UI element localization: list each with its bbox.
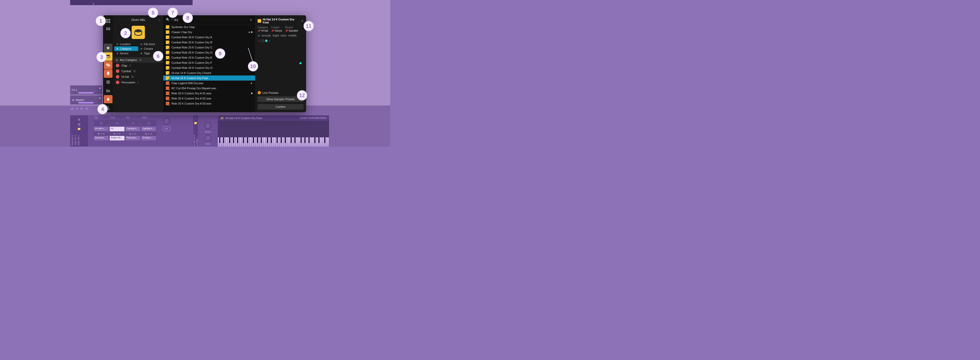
sidebar-fire-tab[interactable]	[104, 95, 113, 103]
drum-cell-selected[interactable]: A1	[110, 127, 125, 132]
play-button[interactable]: ▶	[114, 133, 115, 135]
search-clear-button[interactable]: ✕	[250, 18, 253, 22]
drum-add-button[interactable]: +	[94, 121, 109, 126]
play-button[interactable]: ▶	[130, 133, 131, 135]
drum-cell[interactable]: Hi-Hat A...	[141, 136, 156, 141]
filter-category[interactable]: ✻Category	[114, 46, 138, 51]
piano-icon[interactable]: ▥	[70, 122, 88, 127]
tag[interactable]: bright	[273, 34, 279, 37]
sidebar-grid2-icon[interactable]	[104, 25, 113, 34]
track-volume-slider[interactable]	[78, 102, 94, 103]
sampler-icon	[166, 71, 169, 75]
toolbar-routing-icon[interactable]: ⇄	[71, 107, 73, 111]
result-item[interactable]: Cymbal Ride 20 K Custom Dry C	[163, 45, 255, 50]
moon-icon[interactable]: ☾	[195, 117, 197, 120]
tag[interactable]: acoustic	[262, 34, 271, 37]
track-volume-slider[interactable]	[78, 92, 94, 94]
play-button[interactable]: ▶	[145, 133, 147, 135]
search-bar: 🔍 ▾ ✕	[163, 15, 255, 24]
result-item[interactable]: Ride 20 K Custom Dry A 03.wav	[163, 101, 255, 106]
mute-button[interactable]: M	[150, 133, 152, 135]
category-item[interactable]: Hi-hat26	[113, 74, 163, 79]
drum-cell[interactable]: Percussi...	[94, 136, 109, 141]
drum-cell[interactable]: Hi-Hat A...	[94, 127, 109, 132]
mute-button[interactable]: M	[134, 133, 136, 135]
sidebar-pad-tab[interactable]	[104, 78, 113, 86]
track-fx1[interactable]: FX 1	[70, 86, 102, 95]
meta-category-value[interactable]: 📌Hi-hat	[258, 29, 268, 32]
filter-location[interactable]: ✻Location	[114, 42, 138, 46]
mute-button[interactable]: M	[119, 133, 120, 135]
result-item[interactable]: Cymbal Ride 20 K Custom Dry F	[163, 60, 255, 65]
drum-cell[interactable]: Percussi...	[125, 136, 140, 141]
crown-icon[interactable]: ♛	[70, 117, 88, 122]
live-preview-toggle[interactable]: ✓ Live Preview	[258, 91, 304, 94]
filter-creator[interactable]: ✻Creator	[138, 46, 162, 51]
result-item[interactable]: Classic Clap Dry★	[163, 30, 255, 35]
tag[interactable]: metallic	[288, 34, 297, 37]
result-item[interactable]: RC Cut 054 Pnotap Dry Illspark.wav	[163, 86, 255, 91]
drum-add-button[interactable]: +	[110, 121, 125, 126]
keyboard-display[interactable]	[218, 137, 329, 147]
category-item[interactable]: Percussion1	[113, 79, 163, 85]
color-tag-cyan[interactable]	[265, 40, 267, 42]
meta-creator-value[interactable]: 📌Genys	[271, 29, 282, 32]
category-item[interactable]: Clap3	[113, 63, 163, 68]
toolbar-list-icon[interactable]: ≡	[76, 107, 78, 111]
play-button[interactable]: ▶	[98, 133, 99, 135]
drum-add-button[interactable]: +	[125, 121, 140, 126]
result-item[interactable]: Ride 20 K Custom Dry A 01.wav	[163, 91, 255, 96]
track-master[interactable]: Master	[70, 95, 102, 105]
fx-button[interactable]: FX	[163, 127, 170, 131]
folder-icon[interactable]: 📁	[70, 127, 88, 131]
tag[interactable]: clean	[281, 34, 287, 37]
sidebar-star-tab[interactable]	[104, 44, 113, 52]
result-item[interactable]: Cymbal Ride 20 K Custom Dry A	[163, 35, 255, 40]
solo-button[interactable]: S	[132, 133, 134, 135]
result-item[interactable]: Ride 20 K Custom Dry A 02.wav	[163, 96, 255, 101]
filter-filekind[interactable]: ✻File Kind	[138, 42, 162, 46]
result-item[interactable]: Clap Legend 808 Dry.wav★	[163, 81, 255, 86]
detail-close-button[interactable]: ✕	[301, 19, 304, 23]
select-knob[interactable]	[205, 122, 211, 129]
add-track-button[interactable]: +	[92, 2, 94, 6]
result-item[interactable]: Hi-Hat 14 K Custom Dry Closed	[163, 70, 255, 76]
search-dropdown-chevron-icon[interactable]: ▾	[172, 19, 172, 21]
sampler-controls: Select Pitch	[198, 115, 218, 147]
result-item[interactable]: Cymbal Ride 20 K Custom Dry E	[163, 55, 255, 60]
folder-icon[interactable]: 📁	[194, 121, 197, 125]
add-color-button[interactable]: +	[269, 39, 270, 43]
toolbar-close-icon[interactable]: ✕	[86, 107, 88, 111]
favorite-star-button[interactable]: ☆	[158, 18, 161, 22]
drum-add-button[interactable]: +	[141, 121, 156, 126]
toolbar-refresh-icon[interactable]: ↻	[80, 107, 83, 111]
sampler-icon	[166, 30, 169, 34]
meta-device-value[interactable]: 📌Sampler	[285, 29, 298, 32]
sidebar-wave-tab[interactable]	[104, 61, 113, 69]
filter-device[interactable]: ✻Device	[114, 51, 138, 56]
solo-button[interactable]: S	[148, 133, 149, 135]
mute-button[interactable]: M	[103, 133, 105, 135]
sidebar-folder-tab[interactable]	[104, 86, 113, 95]
solo-button[interactable]: S	[100, 133, 102, 135]
pitch-knob[interactable]	[205, 135, 211, 141]
color-tag-none[interactable]	[261, 40, 264, 42]
result-item[interactable]: Cymbal Ride 20 K Custom Dry G	[163, 65, 255, 70]
fx-knob[interactable]	[163, 118, 170, 124]
show-sampler-presets-button[interactable]: Show Sampler Presets	[258, 97, 304, 102]
confirm-button[interactable]: Confirm	[258, 104, 304, 109]
drum-cell-selected[interactable]: Snare AS...	[110, 136, 125, 141]
result-item[interactable]: Synthetic Dry Clap	[163, 24, 255, 30]
annotation-12: 12	[297, 90, 307, 100]
favorite-star[interactable]: ☆	[258, 39, 261, 43]
result-item[interactable]: Cymbal Ride 20 K Custom Dry D	[163, 50, 255, 55]
drum-cell[interactable]: Cymbal A...	[141, 127, 156, 132]
solo-button[interactable]: S	[116, 133, 118, 135]
result-item[interactable]: Cymbal Ride 20 K Custom Dry B	[163, 40, 255, 45]
annotation-9: 9	[215, 48, 225, 59]
waveform-display[interactable]	[218, 121, 329, 137]
sidebar-plug-tab[interactable]	[104, 69, 113, 78]
result-item[interactable]: Hi-Hat 14 K Custom Dry Foot	[163, 76, 255, 81]
category-item[interactable]: Cymbal35	[113, 68, 163, 74]
drum-cell[interactable]: Cymbal A...	[125, 127, 140, 132]
